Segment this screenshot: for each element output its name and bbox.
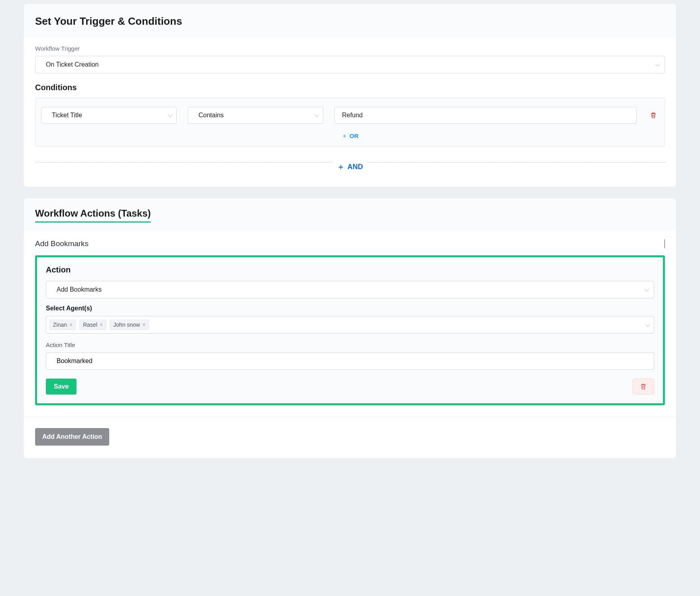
- condition-field-value: Ticket Title: [52, 112, 82, 119]
- condition-row: Ticket Title Contains: [41, 107, 659, 124]
- agent-tag: John snow ×: [110, 320, 149, 330]
- agents-label: Select Agent(s): [46, 305, 654, 312]
- condition-field-select[interactable]: Ticket Title: [41, 107, 177, 124]
- agent-tag-label: Rasel: [83, 322, 97, 328]
- and-label: AND: [348, 163, 363, 171]
- chevron-down-icon: [645, 321, 649, 328]
- trash-icon: [650, 112, 657, 119]
- action-panel-wrap: Action Add Bookmarks Select Agent(s) Zin…: [24, 255, 676, 416]
- plus-icon: [337, 164, 344, 171]
- plus-icon: [342, 133, 347, 139]
- chevron-down-icon: [665, 239, 665, 248]
- add-or-condition-button[interactable]: OR: [41, 124, 659, 146]
- delete-action-button[interactable]: [633, 379, 654, 395]
- agents-multiselect[interactable]: Zinan × Rasel × John snow ×: [46, 316, 654, 334]
- trigger-card-body: Workflow Trigger On Ticket Creation Cond…: [24, 37, 676, 187]
- agent-tag-label: Zinan: [53, 322, 67, 328]
- add-and-condition-button[interactable]: AND: [35, 147, 665, 171]
- action-panel-actions: Save: [46, 379, 654, 395]
- agent-tag-label: John snow: [113, 322, 140, 328]
- action-collapse-toggle[interactable]: Add Bookmarks: [24, 231, 676, 255]
- workflow-trigger-select[interactable]: On Ticket Creation: [35, 56, 665, 73]
- trigger-card: Set Your Trigger & Conditions Workflow T…: [24, 4, 676, 187]
- chevron-down-icon: [168, 112, 171, 118]
- condition-operator-value: Contains: [199, 112, 224, 119]
- action-heading: Action: [46, 265, 654, 274]
- chevron-down-icon: [315, 112, 318, 118]
- add-another-wrap: Add Another Action: [24, 416, 676, 458]
- or-label: OR: [350, 132, 359, 139]
- action-type-select[interactable]: Add Bookmarks: [46, 281, 654, 298]
- action-panel: Action Add Bookmarks Select Agent(s) Zin…: [35, 255, 665, 405]
- agent-tag: Rasel ×: [79, 320, 106, 330]
- trigger-card-title: Set Your Trigger & Conditions: [35, 15, 665, 28]
- actions-card-header: Workflow Actions (Tasks): [24, 198, 676, 231]
- trash-icon: [640, 383, 647, 390]
- trigger-label: Workflow Trigger: [35, 45, 665, 52]
- action-type-value: Add Bookmarks: [57, 286, 102, 293]
- conditions-box: Ticket Title Contains OR: [35, 98, 665, 147]
- chevron-down-icon: [645, 287, 648, 292]
- remove-tag-icon[interactable]: ×: [100, 322, 103, 328]
- save-button[interactable]: Save: [46, 379, 77, 395]
- action-collapse-label: Add Bookmarks: [35, 239, 88, 248]
- remove-tag-icon[interactable]: ×: [142, 322, 146, 328]
- remove-tag-icon[interactable]: ×: [69, 322, 73, 328]
- trigger-card-header: Set Your Trigger & Conditions: [24, 4, 676, 37]
- delete-condition-button[interactable]: [648, 110, 659, 121]
- actions-card-title: Workflow Actions (Tasks): [35, 208, 151, 223]
- condition-operator-select[interactable]: Contains: [188, 107, 323, 124]
- agent-tag: Zinan ×: [49, 320, 76, 330]
- actions-card: Workflow Actions (Tasks) Add Bookmarks A…: [24, 198, 676, 458]
- condition-value-input[interactable]: [334, 107, 637, 124]
- action-title-label: Action Title: [46, 341, 654, 348]
- workflow-trigger-value: On Ticket Creation: [46, 61, 99, 68]
- action-title-input[interactable]: [46, 352, 654, 370]
- chevron-down-icon: [655, 62, 659, 67]
- conditions-title: Conditions: [35, 83, 665, 92]
- add-another-action-button[interactable]: Add Another Action: [35, 428, 109, 446]
